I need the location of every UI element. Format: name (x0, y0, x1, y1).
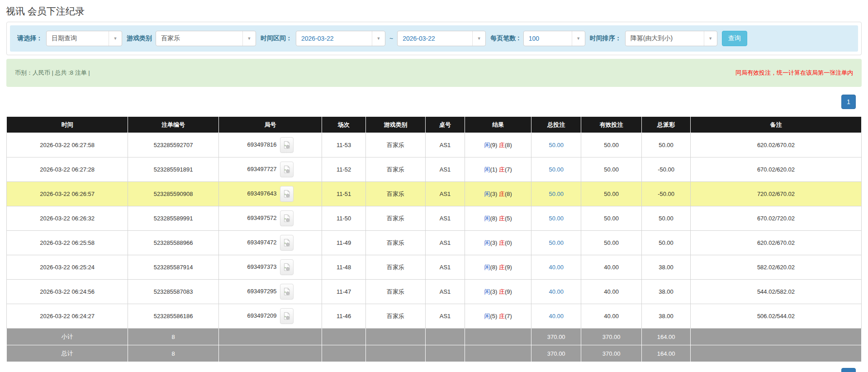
cell-table-no: AS1 (426, 206, 465, 231)
video-record-icon (283, 165, 290, 174)
cell-total-bet: 50.00 (531, 133, 581, 157)
summary-count: 8 (128, 329, 218, 345)
cell-bet-id: 523285589991 (128, 206, 218, 231)
cell-session: 11-49 (322, 231, 365, 255)
round-video-button[interactable] (280, 186, 294, 202)
cell-session: 11-46 (322, 304, 365, 329)
cell-round-id: 693497295 (218, 280, 322, 304)
query-type-select[interactable]: 日期查询 ▼ (46, 31, 122, 46)
cell-game-type: 百家乐 (365, 206, 425, 231)
chevron-down-icon: ▼ (704, 31, 717, 46)
subtotal-row: 小计 8 370.00 370.00 164.00 (7, 329, 862, 345)
round-video-button[interactable] (280, 162, 294, 177)
cell-session: 11-51 (322, 182, 365, 206)
total-bet-link[interactable]: 50.00 (549, 215, 564, 222)
date-to-select[interactable]: 2026-03-22 ▼ (397, 31, 486, 46)
column-header: 备注 (690, 117, 861, 133)
table-header-row: 时间注单编号局号场次游戏类别桌号结果总投注有效投注总派彩备注 (7, 117, 862, 133)
video-record-icon (283, 312, 290, 320)
total-bet-link[interactable]: 50.00 (549, 166, 564, 173)
result-banker-label: 庄 (499, 264, 505, 271)
cell-game-type: 百家乐 (365, 280, 425, 304)
result-banker-label: 庄 (499, 239, 505, 246)
summary-valid-bet: 370.00 (581, 345, 642, 362)
total-bet-link[interactable]: 40.00 (549, 288, 564, 295)
cell-remark: 582.02/620.02 (690, 255, 861, 280)
chevron-down-icon: ▼ (109, 31, 122, 46)
table-row: 2026-03-22 06:24:56 523285587083 6934972… (7, 280, 862, 304)
sort-order-value: 降冪(由大到小) (626, 34, 704, 43)
total-bet-link[interactable]: 40.00 (549, 264, 564, 271)
cell-result: 闲(5) 庄(7) (465, 304, 531, 329)
round-video-button[interactable] (280, 284, 294, 300)
date-from-select[interactable]: 2026-03-22 ▼ (296, 31, 385, 46)
cell-result: 闲(8) 庄(5) (465, 206, 531, 231)
round-video-button[interactable] (280, 259, 294, 275)
bet-records-table: 时间注单编号局号场次游戏类别桌号结果总投注有效投注总派彩备注 2026-03-2… (6, 116, 862, 362)
result-banker-label: 庄 (499, 166, 505, 173)
cell-result: 闲(3) 庄(8) (465, 182, 531, 206)
game-type-label: 游戏类别 (127, 34, 152, 43)
total-bet-link[interactable]: 50.00 (549, 191, 564, 197)
summary-total-payout: 164.00 (642, 345, 691, 362)
cell-remark: 506.02/544.02 (690, 304, 861, 329)
page-title: 视讯 会员下注纪录 (6, 5, 868, 18)
same-round-notice-text: 同局有效投注，统一计算在该局第一张注单内 (735, 69, 853, 77)
currency-total-text: 币别：人民币 | 总共 :8 注单 | (15, 69, 90, 77)
column-header: 注单编号 (128, 117, 218, 133)
query-button[interactable]: 查询 (722, 31, 747, 46)
cell-game-type: 百家乐 (365, 133, 425, 157)
column-header: 桌号 (426, 117, 465, 133)
summary-bar: 币别：人民币 | 总共 :8 注单 | 同局有效投注，统一计算在该局第一张注单内 (6, 59, 862, 87)
cell-valid-bet: 50.00 (581, 157, 642, 182)
page-1-button[interactable]: 1 (841, 368, 856, 372)
cell-payout: 38.00 (642, 280, 691, 304)
chevron-down-icon: ▼ (372, 31, 385, 46)
cell-time: 2026-03-22 06:26:32 (7, 206, 128, 231)
cell-total-bet: 40.00 (531, 304, 581, 329)
summary-total-bet: 370.00 (531, 345, 581, 362)
table-row: 2026-03-22 06:24:27 523285586186 6934972… (7, 304, 862, 329)
cell-result: 闲(3) 庄(9) (465, 280, 531, 304)
cell-table-no: AS1 (426, 133, 465, 157)
round-video-button[interactable] (280, 235, 294, 251)
cell-table-no: AS1 (426, 231, 465, 255)
round-video-button[interactable] (280, 210, 294, 226)
table-row: 2026-03-22 06:25:24 523285587914 6934973… (7, 255, 862, 280)
cell-result: 闲(1) 庄(7) (465, 157, 531, 182)
cell-bet-id: 523285590908 (128, 182, 218, 206)
cell-table-no: AS1 (426, 182, 465, 206)
sort-order-select[interactable]: 降冪(由大到小) ▼ (625, 31, 717, 46)
cell-time: 2026-03-22 06:27:28 (7, 157, 128, 182)
total-bet-link[interactable]: 40.00 (549, 313, 564, 320)
cell-round-id: 693497816 (218, 133, 322, 157)
round-video-button[interactable] (280, 308, 294, 324)
filter-bar: 请选择： 日期查询 ▼ 游戏类别 百家乐 ▼ 时间区间： 2026-03-22 … (10, 25, 858, 52)
video-record-icon (283, 287, 290, 296)
cell-game-type: 百家乐 (365, 231, 425, 255)
cell-session: 11-48 (322, 255, 365, 280)
game-type-select[interactable]: 百家乐 ▼ (156, 31, 256, 46)
filter-panel: 请选择： 日期查询 ▼ 游戏类别 百家乐 ▼ 时间区间： 2026-03-22 … (6, 22, 862, 55)
query-type-value: 日期查询 (47, 34, 109, 43)
cell-total-bet: 50.00 (531, 231, 581, 255)
page-size-label: 每页笔数 : (490, 34, 520, 43)
cell-bet-id: 523285587914 (128, 255, 218, 280)
total-bet-link[interactable]: 50.00 (549, 142, 564, 148)
total-bet-link[interactable]: 50.00 (549, 239, 564, 246)
column-header: 局号 (218, 117, 322, 133)
result-player-label: 闲 (484, 166, 490, 173)
column-header: 总派彩 (642, 117, 691, 133)
cell-remark: 670.02/720.02 (690, 206, 861, 231)
cell-time: 2026-03-22 06:24:27 (7, 304, 128, 329)
page-1-button[interactable]: 1 (841, 95, 856, 109)
cell-remark: 670.02/620.02 (690, 157, 861, 182)
page-size-select[interactable]: 100 ▼ (523, 31, 585, 46)
cell-time: 2026-03-22 06:26:57 (7, 182, 128, 206)
round-video-button[interactable] (280, 137, 294, 153)
chevron-down-icon: ▼ (472, 31, 485, 46)
table-row: 2026-03-22 06:27:28 523285591891 6934977… (7, 157, 862, 182)
cell-valid-bet: 40.00 (581, 255, 642, 280)
table-row: 2026-03-22 06:25:58 523285588966 6934974… (7, 231, 862, 255)
result-player-label: 闲 (484, 288, 490, 295)
